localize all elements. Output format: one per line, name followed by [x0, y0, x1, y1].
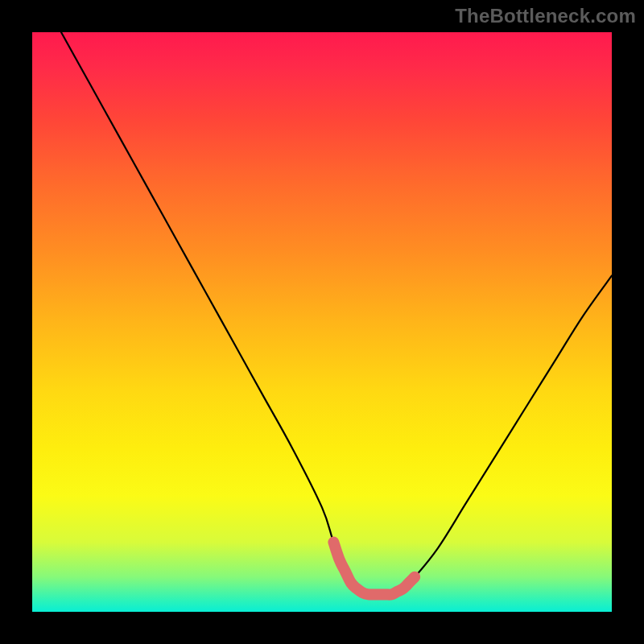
plot-area	[32, 32, 612, 612]
chart-stage: TheBottleneck.com	[0, 0, 644, 644]
chart-svg	[32, 32, 612, 612]
trough-highlight-path	[333, 543, 415, 595]
watermark-text: TheBottleneck.com	[455, 5, 636, 27]
bottleneck-curve-path	[61, 32, 612, 595]
